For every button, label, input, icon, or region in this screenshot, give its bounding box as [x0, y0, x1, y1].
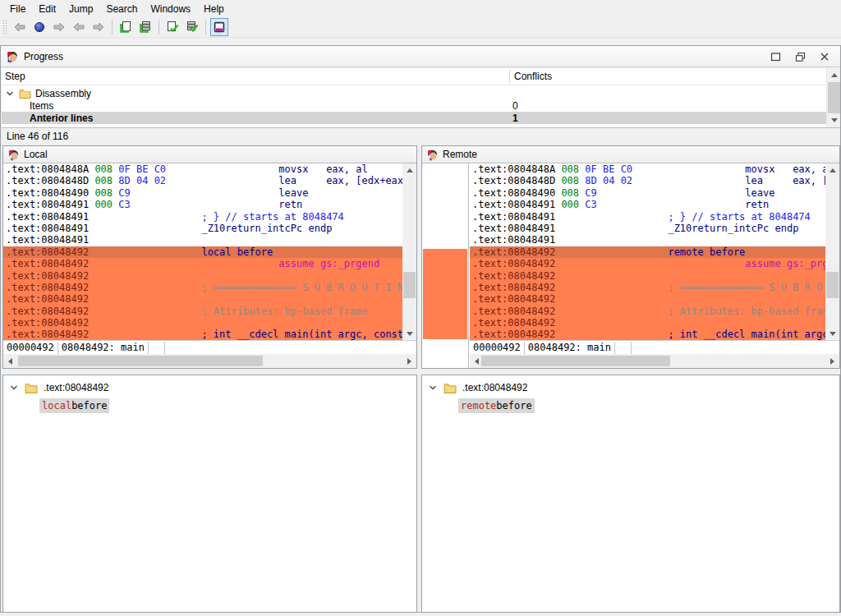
listing-line[interactable]: .text:08048492 ; Attributes: bp-based fr… [3, 306, 402, 317]
detail-node-label: .text:08048492 [44, 382, 108, 393]
row-conflicts: 0 [512, 100, 518, 112]
status-address-function: 08048492: main [525, 342, 615, 354]
remote-vertical-scrollbar[interactable] [825, 163, 839, 341]
close-button[interactable] [812, 48, 837, 66]
local-pane-title: Local [24, 149, 48, 160]
load-database-button[interactable] [136, 18, 154, 36]
listing-line[interactable]: .text:08048492 ; ============== S U B R … [3, 282, 402, 293]
arrow-right-icon [53, 21, 66, 34]
document-green-icon [119, 21, 132, 34]
menu-jump[interactable]: Jump [62, 2, 99, 16]
listing-line[interactable]: .text:08048492 local before [3, 246, 402, 258]
scrollbar-thumb[interactable] [828, 82, 840, 113]
column-divider[interactable] [509, 70, 510, 84]
local-horizontal-scrollbar[interactable] [3, 354, 416, 368]
scrollbar-thumb[interactable] [826, 272, 839, 298]
scrollbar-thumb[interactable] [18, 356, 263, 366]
listing-line[interactable]: .text:08048492 [470, 293, 825, 305]
scroll-up-arrow[interactable] [402, 163, 416, 177]
status-offset: 00000492 [3, 342, 58, 354]
local-vertical-scrollbar[interactable] [402, 163, 416, 341]
table-row-disassembly[interactable]: Disassembly [2, 87, 826, 99]
local-pane-header[interactable]: Local [3, 146, 416, 163]
display-view-button[interactable] [210, 18, 228, 36]
scroll-right-arrow[interactable] [825, 354, 839, 368]
local-change-item[interactable]: local before [39, 398, 109, 413]
nav-current-button[interactable] [30, 18, 48, 36]
nav-forward-button[interactable] [50, 18, 68, 36]
listing-line[interactable]: .text:08048491 [470, 234, 825, 246]
scroll-right-arrow[interactable] [402, 354, 416, 368]
listing-line[interactable]: .text:08048492 assume gs:_prgend [470, 258, 825, 269]
listing-line[interactable]: .text:08048491 ; } // starts at 8048474 [470, 211, 825, 223]
listing-line[interactable]: .text:08048492 ; int __cdecl main(int ar… [470, 329, 825, 340]
listing-line[interactable]: .text:08048492 [3, 270, 402, 282]
listing-line[interactable]: .text:08048491 000 C3 retn [470, 199, 825, 210]
menu-search[interactable]: Search [99, 2, 144, 16]
scroll-left-arrow[interactable] [3, 354, 17, 368]
detail-node-label: .text:08048492 [462, 382, 527, 393]
database-check-button[interactable] [183, 18, 201, 36]
nav-back-button[interactable] [11, 18, 29, 36]
chevron-down-icon[interactable] [6, 90, 14, 98]
window-titlebar[interactable]: Progress [1, 46, 840, 67]
column-conflicts[interactable]: Conflicts [514, 71, 552, 82]
scroll-down-arrow[interactable] [825, 327, 839, 341]
listing-line[interactable]: .text:08048492 [470, 317, 825, 329]
remote-pane-header[interactable]: Remote [422, 146, 839, 163]
remote-change-item[interactable]: remote before [458, 398, 535, 413]
column-step[interactable]: Step [5, 71, 25, 82]
listing-line[interactable]: .text:0804848A 008 0F BE C0 movsx eax, a… [3, 163, 402, 175]
scroll-down-arrow[interactable] [402, 327, 416, 341]
listing-line[interactable]: .text:08048491 000 C3 retn [3, 199, 402, 210]
chevron-down-icon[interactable] [429, 384, 437, 392]
restore-button[interactable] [788, 48, 812, 66]
listing-line[interactable]: .text:08048492 [3, 293, 402, 305]
remote-horizontal-scrollbar[interactable] [470, 354, 839, 368]
menu-bar: File Edit Jump Search Windows Help [0, 0, 841, 17]
jump-forward-button[interactable] [90, 18, 108, 36]
listing-line[interactable]: .text:08048492 ; ============== S U B R … [470, 282, 825, 293]
menu-edit[interactable]: Edit [32, 2, 62, 16]
load-file-button[interactable] [117, 18, 135, 36]
listing-line[interactable]: .text:08048491 _Z10return_intcPc endp [470, 223, 825, 234]
maximize-button[interactable] [763, 48, 788, 66]
local-pane: Local .text:0804848A 008 0F BE C0 movsx … [2, 145, 417, 369]
scroll-up-arrow[interactable] [827, 68, 840, 82]
listing-line[interactable]: .text:08048492 [3, 317, 402, 329]
menu-help[interactable]: Help [197, 2, 231, 16]
table-vertical-scrollbar[interactable] [826, 68, 840, 127]
stack-check-icon [186, 21, 199, 34]
listing-line[interactable]: .text:08048492 assume gs:_prgend [3, 258, 402, 269]
listing-line[interactable]: .text:08048490 008 C9 leave [3, 187, 402, 199]
table-row-anterior-lines[interactable]: Anterior lines 1 [2, 112, 826, 124]
listing-line[interactable]: .text:08048492 remote before [470, 246, 825, 258]
listing-line[interactable]: .text:08048490 008 C9 leave [470, 187, 825, 199]
listing-line[interactable]: .text:08048491 ; } // starts at 8048474 [3, 211, 402, 223]
local-detail-node[interactable]: .text:08048492 [3, 380, 108, 395]
menu-file[interactable]: File [3, 2, 32, 16]
menu-windows[interactable]: Windows [144, 2, 197, 16]
scroll-down-arrow[interactable] [827, 113, 840, 127]
listing-line[interactable]: .text:08048492 [470, 270, 825, 282]
folder-icon [19, 88, 31, 99]
scroll-up-arrow[interactable] [825, 163, 839, 177]
scrollbar-thumb[interactable] [403, 272, 416, 298]
listing-line[interactable]: .text:0804848D 008 8D 04 02 lea eax, [ed… [3, 175, 402, 186]
table-row-items[interactable]: Items 0 [2, 99, 826, 112]
diff-map-highlight-block[interactable] [423, 249, 467, 339]
listing-line[interactable]: .text:08048491 [3, 234, 402, 246]
diff-map-gutter[interactable] [422, 163, 469, 368]
listing-line[interactable]: .text:08048492 ; int __cdecl main(int ar… [3, 329, 402, 340]
remote-detail-node[interactable]: .text:08048492 [422, 380, 527, 395]
file-check-button[interactable] [163, 18, 182, 36]
listing-line[interactable]: .text:08048492 ; Attributes: bp-based fr… [470, 306, 825, 317]
listing-line[interactable]: .text:0804848A 008 0F BE C0 movsx eax, a… [470, 163, 825, 175]
listing-line[interactable]: .text:0804848D 008 8D 04 02 lea eax, [ed… [470, 175, 825, 186]
jump-back-button[interactable] [70, 18, 88, 36]
scrollbar-thumb[interactable] [481, 356, 670, 366]
toolbar-grip[interactable] [2, 20, 7, 34]
status-offset: 00000492 [470, 342, 525, 354]
chevron-down-icon[interactable] [10, 384, 18, 392]
listing-line[interactable]: .text:08048491 _Z10return_intcPc endp [3, 223, 402, 234]
